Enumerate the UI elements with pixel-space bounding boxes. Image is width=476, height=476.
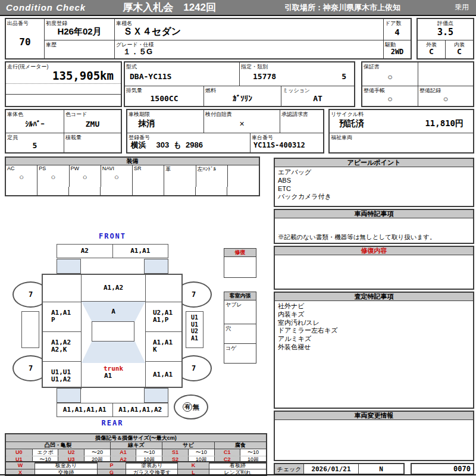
- equipment-cell-sr: SR: [132, 165, 164, 187]
- interior-grade-cell: 内装 C: [445, 40, 473, 58]
- drive-label: 駆動: [385, 41, 396, 49]
- recycle-label: リサイクル料: [331, 111, 364, 118]
- car-body: A1,A2 A trunk A1 A1,A1P A1,A2A2,K U1,U1U…: [42, 274, 183, 388]
- recycle-fee: 11,810円: [425, 118, 464, 129]
- vehicle-notes-note: ※記載のない書類・機器等は無しとして取り扱います。: [275, 232, 439, 242]
- equipment-empty-row: [6, 187, 227, 195]
- insurance-label: 検付自賠責: [205, 111, 232, 118]
- pickup-location: 引取場所：神奈川県厚木市上依知: [284, 2, 400, 13]
- score-label: 評価点: [418, 20, 473, 27]
- damage-diagram: FRONT 7 7 7 7 A2 A1,A1 A1,A2 A trunk A1 …: [0, 231, 274, 430]
- assessment-lines: 社外ナビ 内装キズ 室内汚れ/スレ ドアミラー左右キズ アルミキズ 外装色褪せ: [275, 301, 473, 353]
- auction-title: 厚木入札会 1242回: [123, 1, 216, 14]
- cabin-row-hole: 穴: [224, 324, 256, 344]
- rear-bumper: A1,A1,A1,A1 A1,A1,A1,A2: [57, 403, 168, 417]
- class-value-1: 15778: [253, 72, 276, 81]
- interior-grade-label: 内装: [446, 41, 473, 49]
- auction-sheet: Condition Check 厚木入札会 1242回 引取場所：神奈川県厚木市…: [0, 0, 476, 476]
- repair-detail-title: 修復内容: [275, 247, 473, 255]
- left-side-panel: [21, 311, 39, 348]
- vehicle-notes-panel: 車両特記事項 ※記載のない書類・機器等は無しとして取り扱います。: [274, 209, 474, 244]
- legend-title: 損傷記号＆損傷サイズ(〜最大cm): [6, 434, 266, 442]
- registration-box: 車検期限 抹消 検付自賠責 × 承認請求書 登録番号 横浜 303 も 2986…: [126, 109, 324, 154]
- transmission-cell: ミッション AT: [281, 86, 354, 106]
- model-name-label: 車種名: [116, 20, 132, 27]
- brand-title: Condition Check: [6, 2, 86, 12]
- cabin-row-burn: コゲ: [224, 344, 256, 362]
- check-strip: チェック 2026/01/21 N: [274, 463, 405, 475]
- cabin-row-tear: ヤブレ: [224, 300, 256, 324]
- equipment-table: 装備 AC○ PS○ PW○ NAVI○ SR 革 左ﾊﾝﾄﾞﾙ: [5, 156, 260, 196]
- legend-row-1: U0エクボ U2〜20 A1〜10 S1〜10 C1〜10: [6, 449, 266, 456]
- legend-groups: 凸凹・亀裂 線キズ サビ 腐食: [6, 442, 266, 449]
- trunk-label: trunk: [82, 365, 145, 372]
- doors-cell: ドア数 4: [383, 19, 411, 40]
- exterior-grade-label: 外装: [418, 41, 445, 49]
- equipment-cell-ps: PS○: [37, 165, 68, 187]
- fuel-label: 燃料: [205, 87, 216, 95]
- identity-box: 出品番号 70 初度登録 H26年02月 車歴 車種名 ＳＸ４セダン グレード・…: [5, 18, 412, 60]
- taillight-left: [57, 388, 81, 403]
- documents-empty-cell: [418, 62, 473, 86]
- spare-tire-indicator: 有 無: [174, 394, 208, 419]
- repair-flag-box: 修復: [224, 248, 256, 278]
- repair-flag-title: 修復: [224, 249, 256, 257]
- rear-bumper-left: A1,A1,A1,A1: [57, 403, 112, 416]
- documents-box: 保証書 ○ 整備手帳 ○ 整備記録 ○: [361, 61, 474, 107]
- equipment-row: AC○ PS○ PW○ NAVI○ SR 革 左ﾊﾝﾄﾞﾙ: [6, 165, 259, 187]
- repair-legend-row-1: W 板金あり P 塗装あり K 看板跡: [6, 462, 266, 469]
- grade-label: グレード・仕様: [116, 41, 154, 49]
- check-label: チェック: [275, 464, 303, 474]
- approval-label: 承認請求書: [281, 111, 308, 118]
- load-cell: 積載量: [64, 133, 121, 152]
- maintenance-book-cell: 整備手帳 ○: [362, 86, 418, 106]
- model-code-label: 型式: [126, 63, 137, 71]
- model-name-value: ＳＸ４セダン: [115, 24, 383, 40]
- windshield: A: [82, 302, 145, 321]
- equipment-cell-navi: NAVI○: [101, 165, 132, 187]
- exterior-grade-cell: 外装 C: [418, 40, 445, 58]
- color-code-label: 色コード: [65, 111, 87, 118]
- repair-detail-panel: 修復内容: [274, 246, 474, 290]
- rear-bumper-right: A1,A1,A1,A2: [112, 403, 168, 416]
- first-registration-label: 初度登録: [46, 20, 67, 27]
- rear-label: REAR: [57, 419, 168, 427]
- taillight-right: [144, 388, 168, 403]
- registration-number-label: 登録番号: [129, 134, 150, 142]
- model-code-cell: 型式 DBA-YC11S: [125, 62, 239, 86]
- drive-cell: 駆動 2WD: [383, 40, 411, 58]
- lot-number-cell: 出品番号 70: [6, 19, 44, 58]
- approval-cell: 承認請求書: [280, 110, 323, 133]
- transmission-label: ミッション: [283, 87, 310, 95]
- lot-number-label: 出品番号: [7, 20, 29, 27]
- right-fender-front: [145, 275, 181, 302]
- class-cell: 指定・類別 15778 5: [239, 62, 354, 86]
- assessment-title: 査定特記事項: [275, 293, 473, 301]
- recycle-box: リサイクル料 預託済 11,810円 福祉車両: [328, 109, 474, 154]
- check-date: 2026/01/21: [303, 464, 358, 474]
- capacity-cell: 定員 5: [6, 133, 64, 152]
- mileage-label: 走行(現メーター): [7, 63, 48, 71]
- appeal-panel: アピールポイント エアバッグ ABS ETC バックカメラ付き: [274, 158, 474, 207]
- cabin-interior-title: 客室内張: [224, 292, 256, 300]
- vehicle-class: 乗用: [455, 2, 469, 12]
- lot-number-value: 70: [6, 26, 44, 58]
- recycle-status: 預託済: [339, 118, 364, 129]
- equipment-cell-ac: AC○: [6, 165, 37, 187]
- displacement-cell: 排気量 1500CC: [125, 86, 203, 106]
- left-front-door: A1,A1P: [43, 302, 82, 331]
- header-bar: Condition Check 厚木入札会 1242回 引取場所：神奈川県厚木市…: [0, 0, 476, 16]
- load-label: 積載量: [65, 134, 82, 142]
- equipment-cell-lhd: 左ﾊﾝﾄﾞﾙ: [196, 165, 227, 187]
- mileage-empty-row: [6, 84, 121, 95]
- bottom-rule: [0, 474, 476, 475]
- doors-label: ドア数: [385, 20, 401, 27]
- grade-value: １．５G: [115, 45, 383, 58]
- left-rear-fender: U1,U1U1,A2: [43, 361, 82, 389]
- left-rear-door: A1,A2A2,K: [43, 331, 82, 361]
- roof: [92, 321, 134, 342]
- body-color-label: 車体色: [7, 111, 23, 118]
- welfare-cell: 福祉車両: [330, 133, 473, 152]
- equipment-cell-pw: PW○: [69, 165, 101, 187]
- capacity-label: 定員: [7, 134, 18, 142]
